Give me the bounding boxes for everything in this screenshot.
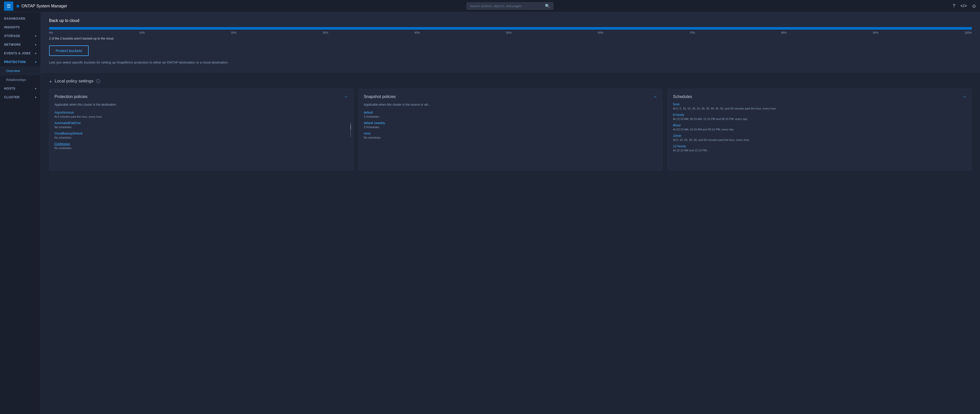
protect-buckets-button[interactable]: Protect buckets bbox=[49, 46, 89, 56]
automated-failover-link[interactable]: AutomatedFailOver bbox=[54, 121, 348, 125]
policy-section: ▲ Local policy settings i Protection pol… bbox=[41, 73, 980, 177]
menu-icon: ☰ bbox=[6, 3, 11, 9]
help-button[interactable]: ? bbox=[953, 3, 955, 9]
protect-description: Lets you select specific buckets for set… bbox=[49, 60, 972, 65]
sidebar-item-events-jobs[interactable]: EVENTS & JOBS ▾ bbox=[0, 49, 41, 58]
12-hourly-detail: At 12:15 AM and 12:15 PM... bbox=[673, 149, 966, 152]
sidebar-item-network[interactable]: NETWORK ▾ bbox=[0, 40, 41, 49]
list-item: default 3 Schedules bbox=[364, 111, 657, 118]
search-bar[interactable]: 🔍 bbox=[466, 2, 554, 10]
network-chevron: ▾ bbox=[35, 43, 37, 46]
brand-icon: ■ bbox=[16, 3, 19, 9]
policy-header[interactable]: ▲ Local policy settings i bbox=[49, 79, 972, 84]
list-item: Continuous No schedules bbox=[54, 142, 348, 149]
topbar-actions: ? </> ⊙ bbox=[953, 3, 976, 9]
list-item: 8hour At 02:15 AM, 10:15 AM and 06:15 PM… bbox=[673, 124, 966, 131]
10min-detail: At 0, 10, 20, 30, 40, and 50 minutes pas… bbox=[673, 138, 966, 141]
scroll-thumb bbox=[350, 125, 351, 130]
cluster-chevron: ▾ bbox=[35, 96, 37, 99]
topbar: ☰ ■ ONTAP System Manager 🔍 ? </> ⊙ bbox=[0, 0, 980, 12]
events-chevron: ▾ bbox=[35, 52, 37, 55]
sidebar: DASHBOARD INSIGHTS STORAGE ▾ NETWORK ▾ E… bbox=[0, 12, 41, 414]
snapshot-policies-subtitle: Applicable when this cluster is the sour… bbox=[364, 103, 657, 107]
none-link[interactable]: none bbox=[364, 132, 657, 135]
progress-labels: 0% 10% 20% 30% 40% 50% 60% 70% 80% 90% 1… bbox=[49, 31, 972, 34]
list-item: CloudBackupDefault No schedules bbox=[54, 132, 348, 139]
scroll-indicator bbox=[350, 122, 351, 137]
sidebar-item-dashboard[interactable]: DASHBOARD bbox=[0, 14, 41, 23]
sidebar-item-cluster[interactable]: CLUSTER ▾ bbox=[0, 93, 41, 102]
layout: DASHBOARD INSIGHTS STORAGE ▾ NETWORK ▾ E… bbox=[0, 12, 980, 414]
6-hourly-link[interactable]: 6-hourly bbox=[673, 113, 966, 117]
schedules-title: Schedules bbox=[673, 94, 692, 99]
protection-policies-header: Protection policies → bbox=[54, 94, 348, 100]
sidebar-item-storage[interactable]: STORAGE ▾ bbox=[0, 32, 41, 40]
6-hourly-detail: At 12:15 AM, 06:15 AM, 12:15 PM and 06:1… bbox=[673, 117, 966, 121]
12-hourly-link[interactable]: 12-hourly bbox=[673, 144, 966, 148]
backup-info: 2 of the 2 buckets aren't backed up to t… bbox=[49, 37, 972, 40]
10min-link[interactable]: 10min bbox=[673, 134, 966, 138]
sidebar-item-overview[interactable]: Overview bbox=[0, 67, 41, 75]
none-detail: No schedules bbox=[364, 136, 657, 139]
menu-button[interactable]: ☰ bbox=[4, 2, 13, 11]
backup-title: Back up to cloud bbox=[49, 18, 972, 23]
progress-bar-track bbox=[49, 27, 972, 30]
brand-title: ONTAP System Manager bbox=[21, 4, 67, 8]
continuous-detail: No schedules bbox=[54, 146, 348, 149]
policy-cards: Protection policies → Applicable when th… bbox=[49, 89, 972, 170]
schedules-header: Schedules → bbox=[673, 94, 966, 100]
schedules-link[interactable]: → bbox=[962, 94, 966, 100]
snapshot-policies-header: Snapshot policies → bbox=[364, 94, 657, 100]
list-item: AutomatedFailOver No schedules bbox=[54, 121, 348, 128]
sidebar-item-relationships[interactable]: Relationships bbox=[0, 75, 41, 84]
sidebar-item-hosts[interactable]: HOSTS ▾ bbox=[0, 84, 41, 93]
default-detail: 3 Schedules bbox=[364, 115, 657, 118]
schedules-card: Schedules → 5min At 0, 5, 10, 15, 20, 25… bbox=[668, 89, 972, 170]
protection-policies-subtitle: Applicable when this cluster is the dest… bbox=[54, 103, 348, 107]
user-button[interactable]: ⊙ bbox=[972, 3, 976, 9]
info-icon[interactable]: i bbox=[96, 79, 100, 83]
cloud-backup-detail: No schedules bbox=[54, 136, 348, 139]
main-content: Back up to cloud 0% 10% 20% 30% 40% 50% … bbox=[41, 12, 980, 414]
progress-bar-container: 0% 10% 20% 30% 40% 50% 60% 70% 80% 90% 1… bbox=[49, 27, 972, 34]
default-1weekly-link[interactable]: default-1weekly bbox=[364, 121, 657, 125]
default-1weekly-detail: 3 Schedules bbox=[364, 125, 657, 128]
list-item: 5min At 0, 5, 10, 15, 20, 25, 30, 35, 40… bbox=[673, 103, 966, 110]
continuous-link[interactable]: Continuous bbox=[54, 142, 348, 146]
cloud-backup-link[interactable]: CloudBackupDefault bbox=[54, 132, 348, 135]
list-item: 12-hourly At 12:15 AM and 12:15 PM... bbox=[673, 144, 966, 152]
automated-failover-detail: No schedules bbox=[54, 125, 348, 128]
backup-info-text: 2 of the 2 buckets aren't backed up to t… bbox=[49, 37, 114, 40]
protection-policies-title: Protection policies bbox=[54, 94, 88, 99]
protection-chevron: ▾ bbox=[35, 61, 37, 63]
list-item: 6-hourly At 12:15 AM, 06:15 AM, 12:15 PM… bbox=[673, 113, 966, 121]
snapshot-policies-title: Snapshot policies bbox=[364, 94, 396, 99]
5min-link[interactable]: 5min bbox=[673, 103, 966, 106]
brand: ■ ONTAP System Manager bbox=[16, 3, 67, 9]
asynchronous-link[interactable]: Asynchronous bbox=[54, 111, 348, 114]
collapse-icon: ▲ bbox=[49, 79, 52, 83]
8hour-link[interactable]: 8hour bbox=[673, 124, 966, 127]
snapshot-policies-link[interactable]: → bbox=[652, 94, 657, 100]
protection-policies-link[interactable]: → bbox=[344, 94, 348, 100]
list-item: default-1weekly 3 Schedules bbox=[364, 121, 657, 128]
asynchronous-detail: At 5 minutes past the hour, every hour bbox=[54, 115, 348, 118]
list-item: Asynchronous At 5 minutes past the hour,… bbox=[54, 111, 348, 118]
search-icon: 🔍 bbox=[545, 3, 550, 8]
protection-policies-card: Protection policies → Applicable when th… bbox=[49, 89, 353, 170]
sidebar-item-protection[interactable]: PROTECTION ▾ bbox=[0, 58, 41, 67]
list-item: 10min At 0, 10, 20, 30, 40, and 50 minut… bbox=[673, 134, 966, 141]
5min-detail: At 0, 5, 10, 15, 20, 25, 30, 35, 40, 45,… bbox=[673, 107, 966, 110]
search-input[interactable] bbox=[470, 4, 543, 8]
snapshot-policies-card: Snapshot policies → Applicable when this… bbox=[358, 89, 663, 170]
storage-chevron: ▾ bbox=[35, 35, 37, 38]
policy-section-title: Local policy settings bbox=[55, 79, 94, 84]
8hour-detail: At 02:15 AM, 10:15 AM and 06:15 PM, ever… bbox=[673, 128, 966, 131]
list-item: none No schedules bbox=[364, 132, 657, 139]
code-button[interactable]: </> bbox=[960, 3, 967, 9]
sidebar-item-insights[interactable]: INSIGHTS bbox=[0, 23, 41, 32]
default-link[interactable]: default bbox=[364, 111, 657, 114]
backup-section: Back up to cloud 0% 10% 20% 30% 40% 50% … bbox=[41, 12, 980, 73]
hosts-chevron: ▾ bbox=[35, 87, 37, 90]
